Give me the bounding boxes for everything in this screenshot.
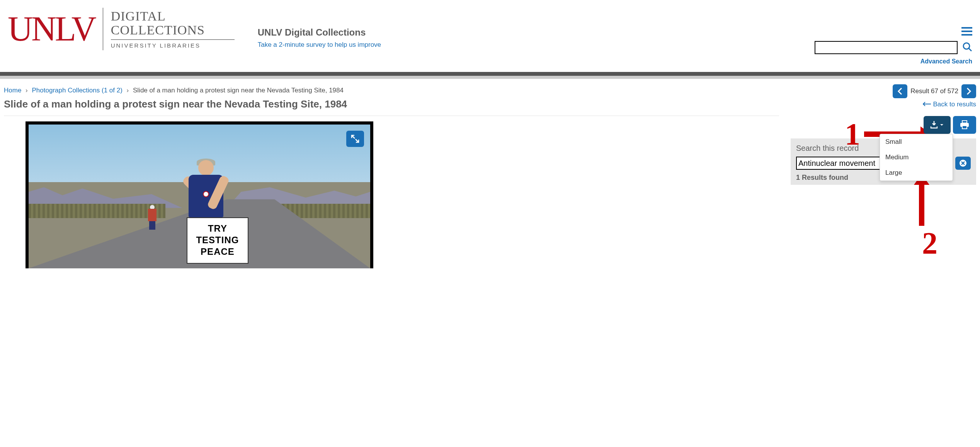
breadcrumb-collection[interactable]: Photograph Collections (1 of 2) (32, 87, 122, 94)
site-title-block: UNLV Digital Collections Take a 2-minute… (258, 27, 381, 49)
logo-text-block: DIGITAL COLLECTIONS UNIVERSITY LIBRARIES (111, 9, 235, 48)
menu-icon[interactable] (961, 27, 972, 37)
expand-image-button[interactable] (346, 131, 364, 147)
logo-line2: COLLECTIONS (111, 23, 235, 37)
svg-rect-0 (961, 27, 972, 29)
breadcrumb-home[interactable]: Home (4, 87, 21, 94)
breadcrumb-current: Slide of a man holding a protest sign ne… (133, 87, 344, 94)
svg-rect-2 (961, 34, 972, 36)
chevron-right-icon: › (127, 87, 129, 94)
advanced-search-link[interactable]: Advanced Search (920, 58, 972, 65)
svg-point-3 (963, 43, 970, 49)
page-title: Slide of a man holding a protest sign ne… (4, 97, 779, 116)
download-option-large[interactable]: Large (880, 165, 953, 181)
unlv-wordmark: UNLV (8, 15, 95, 43)
global-search-input[interactable] (815, 41, 958, 54)
site-title: UNLV Digital Collections (258, 27, 381, 38)
chevron-right-icon: › (26, 87, 28, 94)
svg-line-4 (969, 48, 971, 51)
survey-link[interactable]: Take a 2-minute survey to help us improv… (258, 41, 381, 49)
download-button[interactable] (924, 116, 951, 134)
tool-row: Small Medium Large (791, 116, 976, 134)
breadcrumb: Home › Photograph Collections (1 of 2) ›… (4, 83, 779, 97)
annotation-2-arrow (919, 183, 924, 226)
result-nav: Result 67 of 572 (791, 83, 976, 100)
arrow-left-icon (922, 101, 931, 108)
svg-rect-5 (962, 121, 967, 123)
header-right: Advanced Search (815, 27, 972, 65)
download-dropdown: Small Medium Large (880, 134, 953, 181)
search-record-close-button[interactable] (955, 157, 971, 170)
logo-hr (111, 39, 235, 40)
protest-sign: TRY TESTING PEACE (187, 217, 248, 264)
back-to-results-link[interactable]: Back to results (791, 100, 976, 116)
nav-next-button[interactable] (961, 84, 976, 98)
result-count: Result 67 of 572 (910, 87, 958, 95)
logo-block[interactable]: UNLV DIGITAL COLLECTIONS UNIVERSITY LIBR… (8, 8, 235, 50)
nav-prev-button[interactable] (893, 84, 907, 98)
download-option-medium[interactable]: Medium (880, 150, 953, 165)
logo-line1: DIGITAL (111, 9, 235, 23)
divider-bar-light (0, 76, 980, 79)
svg-rect-7 (962, 126, 967, 129)
svg-rect-1 (961, 31, 972, 32)
download-option-small[interactable]: Small (880, 134, 953, 150)
logo-sub: UNIVERSITY LIBRARIES (111, 42, 235, 49)
site-header: UNLV DIGITAL COLLECTIONS UNIVERSITY LIBR… (0, 0, 980, 65)
search-icon[interactable] (962, 42, 972, 53)
divider-bar-dark (0, 72, 980, 76)
man-with-sign: TRY TESTING PEACE (179, 160, 233, 268)
back-to-results-label: Back to results (933, 101, 977, 108)
record-image[interactable]: TRY TESTING PEACE (26, 121, 373, 268)
logo-divider (103, 8, 103, 50)
print-button[interactable] (953, 116, 976, 134)
annotation-2-number: 2 (922, 226, 937, 261)
